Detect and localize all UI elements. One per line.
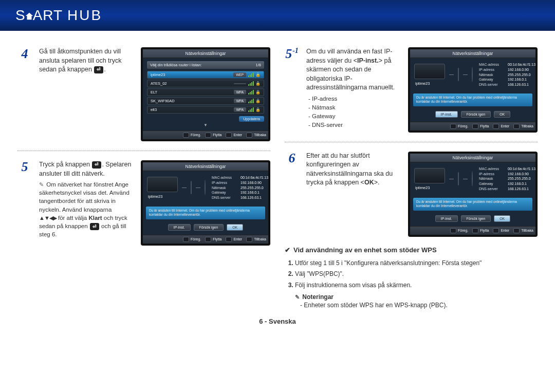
lock-icon: 🔒 bbox=[255, 81, 261, 86]
footer-back: Tillbaka bbox=[246, 133, 266, 138]
ip-field-list: IP-adress Nätmask Gateway DNS-server bbox=[308, 95, 401, 130]
screenshot-ok: Nätverksinställningar iptime23 — — MAC-a… bbox=[408, 152, 538, 237]
ok-button[interactable]: OK bbox=[227, 224, 243, 231]
ip-settings-button[interactable]: IP-inst. bbox=[435, 111, 458, 118]
enter-button-icon: ⏎ bbox=[90, 223, 99, 230]
wifi-row[interactable]: elt3 WPA 🔒 bbox=[147, 106, 264, 114]
wps-notes-label: ✎ Noteringar bbox=[295, 293, 538, 301]
step-5-text: Tryck på knappen ⏎. Spelaren ansluter ti… bbox=[39, 160, 134, 246]
lock-icon: 🔒 bbox=[255, 107, 261, 112]
step-5: 5 Tryck på knappen ⏎. Spelaren ansluter … bbox=[17, 154, 270, 252]
footer-move: Flytta bbox=[472, 124, 489, 129]
connected-ssid: iptime23 bbox=[415, 81, 445, 86]
wps-steps: Utför steg 1 till 5 i "Konfigurera nätve… bbox=[295, 258, 538, 291]
signal-bars-icon bbox=[248, 81, 254, 86]
device-icon bbox=[414, 168, 445, 183]
footer-move: Flytta bbox=[205, 237, 221, 242]
screenshot-wifi-list: Nätverksinställningar Välj din trådlösa … bbox=[141, 47, 270, 141]
globe-icon bbox=[472, 171, 473, 186]
ip-settings-button[interactable]: IP-inst. bbox=[435, 215, 458, 222]
brand-header: SART HUB bbox=[0, 0, 555, 31]
divider bbox=[17, 151, 270, 151]
right-column: 5-1 Om du vill använda en fast IP-adress… bbox=[285, 41, 538, 310]
screenshot-footer: Föreg. Flytta Enter Tillbaka bbox=[410, 122, 535, 130]
wps-step-1: Utför steg 1 till 5 i "Konfigurera nätve… bbox=[295, 258, 538, 269]
signal-bars-icon bbox=[248, 107, 254, 112]
step-5-1-text: Om du vill använda en fast IP-adress väl… bbox=[306, 47, 401, 133]
smart-home-icon bbox=[25, 8, 34, 17]
wifi-row[interactable]: ATES_02 🔒 bbox=[147, 80, 264, 87]
arrow-keys-icon: ▲▼◀▶ bbox=[39, 214, 57, 222]
lock-icon: 🔒 bbox=[255, 72, 261, 77]
screenshot-footer: Föreg. Flytta Enter Tillbaka bbox=[143, 235, 268, 244]
ok-button[interactable]: OK bbox=[494, 215, 510, 222]
page-content: 4 Gå till åtkomstpunkten du vill ansluta… bbox=[0, 31, 555, 310]
signal-bars-icon bbox=[248, 99, 254, 103]
divider bbox=[285, 142, 538, 142]
wifi-prompt: Välj din trådlösa router i listan: bbox=[150, 63, 201, 67]
retry-button[interactable]: Försök igen bbox=[461, 215, 491, 222]
footer-prev: Föreg. bbox=[183, 237, 201, 242]
ok-button[interactable]: OK bbox=[494, 111, 510, 118]
network-info-table: MAC-adress00:1d:6a:4c:f1:13 IP-adress192… bbox=[479, 166, 535, 192]
footer-enter: Enter bbox=[226, 237, 242, 242]
screenshot-title: Nätverksinställningar bbox=[143, 162, 268, 171]
wifi-page-indicator: 1/8 bbox=[256, 63, 261, 67]
step-number-6: 6 bbox=[285, 152, 299, 237]
step-number-5: 5 bbox=[17, 160, 32, 246]
globe-icon bbox=[205, 180, 206, 195]
screenshot-network-info: Nätverksinställningar iptime23 — — MAC-a… bbox=[141, 160, 270, 246]
device-icon bbox=[414, 64, 445, 79]
step-4-text: Gå till åtkomstpunkten du vill ansluta s… bbox=[39, 47, 134, 141]
scroll-down-icon: ▼ bbox=[147, 122, 264, 127]
enter-button-icon: ⏎ bbox=[92, 161, 101, 169]
brand-art: ART bbox=[33, 7, 63, 23]
wifi-row[interactable]: iptime23 WEP 🔒 bbox=[147, 71, 264, 79]
step-4: 4 Gå till åtkomstpunkten du vill ansluta… bbox=[17, 41, 270, 147]
signal-bars-icon bbox=[248, 90, 254, 95]
page-footer: 6 - Svenska bbox=[0, 318, 555, 325]
connected-ssid: iptime23 bbox=[415, 185, 445, 190]
signal-bars-icon bbox=[248, 72, 254, 77]
screenshot-footer: Föreg. Flytta Enter Tillbaka bbox=[143, 130, 268, 139]
lock-icon: 🔒 bbox=[255, 99, 261, 103]
connection-message: Du är ansluten till Internet. Om du har … bbox=[413, 198, 532, 211]
footer-move: Flytta bbox=[205, 133, 221, 138]
footer-back: Tillbaka bbox=[246, 237, 266, 242]
wps-section: Vid användning av en enhet som stöder WP… bbox=[285, 246, 538, 310]
footer-prev: Föreg. bbox=[450, 124, 468, 129]
footer-back: Tillbaka bbox=[513, 228, 533, 233]
connected-ssid: iptime23 bbox=[148, 194, 178, 199]
update-button[interactable]: Uppdatera bbox=[239, 116, 264, 122]
step-6-text: Efter att du har slutfört konfigureringe… bbox=[306, 152, 401, 237]
footer-prev: Föreg. bbox=[183, 133, 201, 138]
retry-button[interactable]: Försök igen bbox=[194, 224, 224, 231]
router-icon bbox=[458, 68, 459, 81]
step-6: 6 Efter att du har slutfört konfigurerin… bbox=[285, 145, 538, 243]
wifi-row[interactable]: SK_WIF90AD WPA 🔒 bbox=[147, 97, 264, 105]
lock-icon: 🔒 bbox=[255, 90, 261, 95]
network-info-table: MAC-adress00:1d:6a:4c:f1:13 IP-adress192… bbox=[479, 62, 535, 87]
screenshot-title: Nätverksinställningar bbox=[410, 154, 535, 162]
network-info-table: MAC-adress00:1d:6a:4c:f1:13 IP-adress192… bbox=[212, 175, 268, 200]
wps-step-2: Välj "WPS(PBC)". bbox=[295, 269, 538, 280]
note-icon: ✎ bbox=[39, 181, 44, 189]
step-5-1: 5-1 Om du vill använda en fast IP-adress… bbox=[285, 41, 538, 139]
screenshot-footer: Föreg. Flytta Enter Tillbaka bbox=[410, 226, 535, 235]
screenshot-ip-settings: Nätverksinställningar iptime23 — — MAC-a… bbox=[408, 47, 538, 133]
router-icon bbox=[458, 172, 459, 185]
ip-settings-button[interactable]: IP-inst. bbox=[168, 224, 191, 231]
footer-back: Tillbaka bbox=[513, 124, 533, 129]
footer-enter: Enter bbox=[493, 228, 509, 233]
footer-enter: Enter bbox=[493, 124, 509, 129]
step-number-4: 4 bbox=[17, 47, 32, 141]
retry-button[interactable]: Försök igen bbox=[461, 111, 491, 118]
globe-icon bbox=[472, 67, 473, 82]
router-icon bbox=[191, 181, 192, 194]
footer-prev: Föreg. bbox=[450, 228, 468, 233]
brand-hub: HUB bbox=[67, 7, 102, 23]
step-number-5-1: 5-1 bbox=[285, 47, 299, 133]
wps-title: Vid användning av en enhet som stöder WP… bbox=[285, 246, 538, 254]
note-icon: ✎ bbox=[295, 294, 300, 301]
wifi-row[interactable]: ELT WPA 🔒 bbox=[147, 88, 264, 96]
